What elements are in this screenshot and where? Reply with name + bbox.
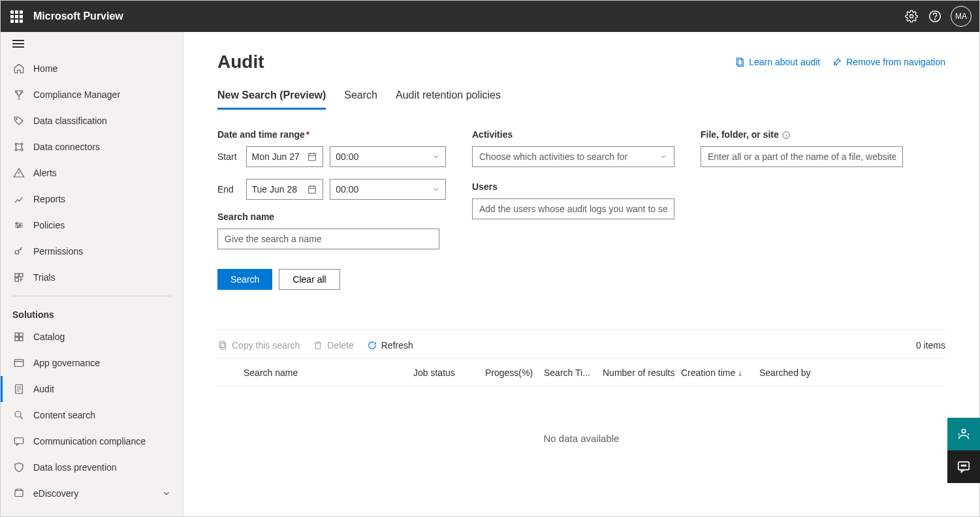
svg-point-6 [15, 149, 17, 151]
date-range-label: Date and time range* [217, 129, 446, 140]
svg-rect-26 [309, 153, 316, 161]
search-button[interactable]: Search [217, 269, 272, 290]
nav-trials[interactable]: Trials [1, 264, 183, 290]
chevron-down-icon [432, 153, 440, 161]
settings-icon[interactable] [901, 6, 922, 27]
product-title: Microsoft Purview [33, 10, 123, 22]
start-time-picker[interactable]: 00:00 [330, 146, 446, 167]
end-label: End [217, 184, 240, 195]
connector-icon [12, 140, 25, 153]
nav-app-governance[interactable]: App governance [1, 350, 183, 376]
nav-audit[interactable]: Audit [1, 376, 183, 402]
catalog-icon [12, 330, 25, 343]
clear-all-button[interactable]: Clear all [279, 269, 340, 290]
svg-point-7 [21, 149, 23, 151]
nav-alerts[interactable]: Alerts [1, 160, 183, 186]
col-searched-by[interactable]: Searched by [759, 368, 877, 378]
nav-permissions[interactable]: Permissions [1, 238, 183, 264]
activities-dropdown[interactable]: Choose which activities to search for [472, 146, 674, 167]
nav-content-search[interactable]: Content search [1, 402, 183, 428]
file-label: File, folder, or site [701, 129, 903, 140]
search-name-label: Search name [217, 212, 446, 222]
tag-icon [12, 114, 25, 127]
nav-home[interactable]: Home [1, 55, 183, 82]
ediscovery-icon [12, 487, 25, 500]
solutions-heading: Solutions [1, 302, 183, 324]
svg-point-1 [930, 11, 941, 22]
start-date-picker[interactable]: Mon Jun 27 [246, 146, 324, 167]
svg-point-11 [15, 251, 19, 255]
tab-search[interactable]: Search [344, 86, 377, 110]
feedback-widget-button[interactable] [947, 450, 980, 483]
start-label: Start [217, 151, 240, 162]
tabs: New Search (Preview) Search Audit retent… [217, 86, 945, 110]
nav-catalog[interactable]: Catalog [1, 324, 183, 350]
nav-label: Alerts [33, 168, 57, 178]
col-search-time[interactable]: Search Ti... [544, 368, 603, 378]
col-search-name[interactable]: Search name [244, 368, 413, 378]
col-progress[interactable]: Progess(%) [485, 368, 544, 378]
svg-point-5 [21, 143, 23, 145]
svg-point-0 [910, 15, 913, 18]
nav-communication-compliance[interactable]: Communication compliance [1, 428, 183, 454]
search-icon [12, 409, 25, 422]
chevron-down-icon [659, 153, 667, 161]
end-time-picker[interactable]: 00:00 [330, 179, 446, 200]
svg-point-2 [935, 19, 936, 20]
tab-new-search[interactable]: New Search (Preview) [217, 86, 326, 110]
refresh-button[interactable]: Refresh [367, 340, 413, 351]
calendar-icon [307, 151, 317, 162]
svg-rect-13 [20, 274, 23, 277]
top-bar: Microsoft Purview MA [1, 1, 979, 32]
svg-rect-22 [14, 438, 24, 444]
dlp-icon [12, 461, 25, 474]
nav-label: Home [33, 63, 57, 74]
svg-rect-15 [15, 333, 18, 336]
col-job-status[interactable]: Job status [413, 368, 485, 378]
nav-label: Policies [33, 220, 65, 230]
user-avatar[interactable]: MA [951, 6, 972, 27]
end-date-picker[interactable]: Tue Jun 28 [246, 179, 324, 200]
nav-label: Audit [33, 384, 54, 394]
nav-label: App governance [33, 358, 100, 368]
nav-data-connectors[interactable]: Data connectors [1, 134, 183, 160]
nav-data-loss-prevention[interactable]: Data loss prevention [1, 454, 183, 480]
col-creation-time[interactable]: Creation time ↓ [681, 368, 759, 378]
svg-point-35 [965, 465, 966, 466]
help-icon[interactable] [925, 6, 945, 27]
remove-from-navigation-link[interactable]: Remove from navigation [832, 57, 945, 67]
nav-data-classification[interactable]: Data classification [1, 108, 183, 134]
nav-label: Data classification [33, 116, 107, 126]
no-data-message: No data available [217, 387, 945, 490]
svg-rect-16 [20, 333, 23, 336]
users-input[interactable] [472, 198, 674, 219]
nav-ediscovery[interactable]: eDiscovery [1, 480, 183, 507]
svg-point-33 [961, 465, 962, 466]
search-name-input[interactable] [217, 228, 439, 249]
col-number-results[interactable]: Number of results [603, 368, 681, 378]
chart-icon [12, 193, 25, 206]
app-launcher-icon[interactable] [8, 8, 24, 24]
home-icon [12, 62, 25, 75]
sort-down-icon: ↓ [738, 368, 742, 378]
alert-icon [12, 166, 25, 180]
nav-compliance-manager[interactable]: Compliance Manager [1, 82, 183, 108]
trophy-icon [12, 88, 25, 101]
svg-rect-17 [15, 337, 18, 341]
unpin-icon [832, 57, 842, 67]
nav-reports[interactable]: Reports [1, 186, 183, 212]
svg-rect-19 [14, 360, 24, 367]
nav-label: Compliance Manager [33, 89, 120, 100]
svg-rect-23 [15, 491, 23, 497]
support-widget-button[interactable] [947, 418, 980, 450]
nav-label: Reports [33, 194, 65, 204]
info-icon[interactable] [782, 131, 791, 140]
svg-point-34 [963, 465, 964, 466]
policies-icon [12, 219, 25, 232]
file-input[interactable] [701, 146, 903, 167]
tab-audit-retention-policies[interactable]: Audit retention policies [396, 86, 501, 110]
collapse-nav-icon[interactable] [12, 40, 24, 48]
svg-rect-29 [219, 341, 224, 347]
learn-about-audit-link[interactable]: Learn about audit [735, 57, 820, 67]
nav-policies[interactable]: Policies [1, 212, 183, 238]
